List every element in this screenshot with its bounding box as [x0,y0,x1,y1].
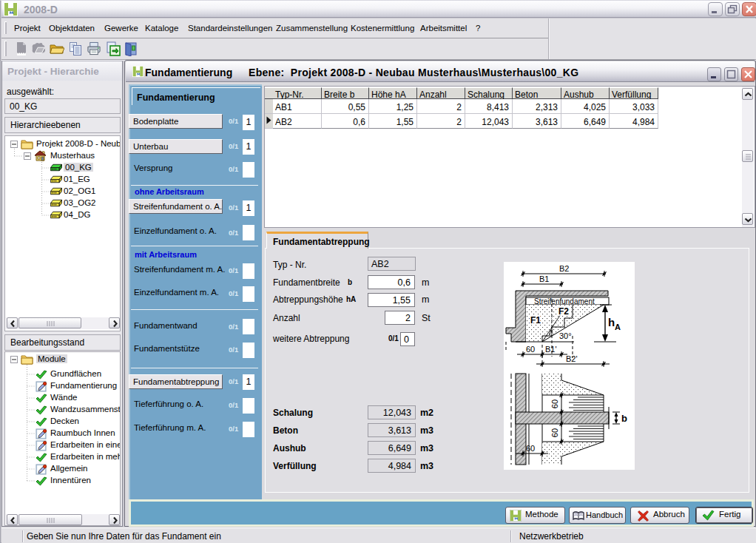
svg-text:30°: 30° [559,331,572,340]
svg-text:F2: F2 [558,306,569,317]
svg-text:B2': B2' [566,354,578,363]
svg-text:60: 60 [526,444,535,453]
svg-text:B1: B1 [539,274,549,283]
svg-text:b: b [621,413,627,424]
svg-text:60: 60 [550,399,559,408]
svg-text:60: 60 [526,345,535,354]
svg-text:F1: F1 [530,315,541,326]
svg-text:B2: B2 [559,264,569,273]
svg-text:60: 60 [550,428,559,437]
svg-text:Streifenfundament: Streifenfundament [534,297,595,306]
svg-text:B1': B1' [545,345,557,354]
svg-text:A: A [615,323,621,331]
svg-text:h: h [608,316,615,328]
